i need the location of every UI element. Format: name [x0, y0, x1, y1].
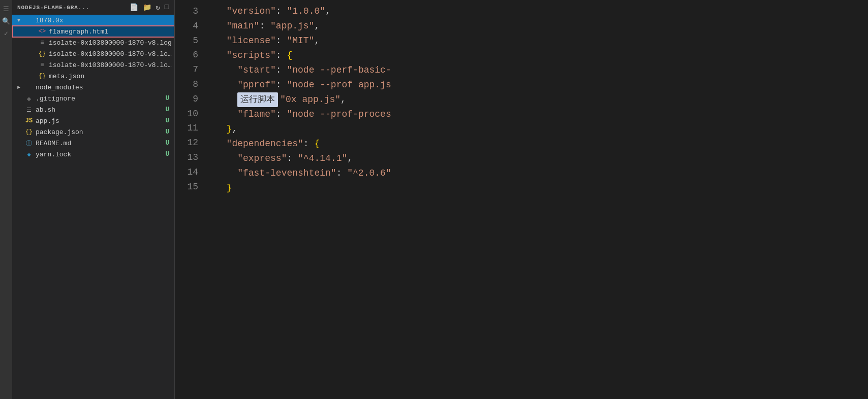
code-punct: [215, 4, 227, 19]
absh-badge: U: [166, 106, 169, 113]
sidebar: NODEJS-FLAME-GRA... 📄 📁 ↻ □ ▼ 1870.0x <>…: [12, 0, 175, 399]
tree-item-folder-1870[interactable]: ▼ 1870.0x: [12, 15, 174, 26]
code-key: "flame": [237, 107, 276, 122]
code-line-11: },: [215, 122, 858, 137]
tree-item-isolate-log2[interactable]: ≡ isolate-0x103800000-1870-v8.log....: [12, 59, 174, 71]
gitignore-badge: U: [166, 95, 169, 102]
code-colon: :: [276, 34, 287, 48]
code-key: "license": [227, 34, 276, 48]
chevron-down-icon: ▼: [17, 18, 24, 23]
code-val: "node --prof-proces: [287, 107, 391, 122]
code-colon: :: [287, 151, 298, 166]
tree-item-node-modules[interactable]: ► node_modules: [12, 82, 174, 93]
line-num-12: 12: [175, 136, 198, 150]
activity-bar-search[interactable]: 🔍: [1, 16, 11, 26]
refresh-icon[interactable]: ↻: [156, 3, 160, 12]
yarn-icon: ◆: [24, 151, 34, 158]
tree-item-isolate-logj[interactable]: {} isolate-0x103800000-1870-v8.log.j...: [12, 48, 174, 59]
tree-item-appjs[interactable]: JS app.js U: [12, 115, 174, 126]
code-key: "start": [237, 63, 276, 78]
code-colon: :: [336, 166, 348, 181]
code-line-6: "scripts": {: [215, 48, 858, 63]
code-colon: :: [259, 19, 270, 34]
tree-item-absh[interactable]: ☰ ab.sh U: [12, 104, 174, 115]
yarnlock-label: yarn.lock: [36, 151, 166, 158]
code-comma: ,: [232, 122, 237, 137]
isolate-logj-label: isolate-0x103800000-1870-v8.log.j...: [49, 50, 174, 58]
code-key: "main": [227, 19, 260, 34]
code-val: "app.js": [270, 19, 314, 34]
line-num-11: 11: [175, 121, 198, 136]
code-line-12: "dependencies": {: [215, 137, 858, 151]
code-indent: [215, 63, 237, 78]
code-brace: }: [227, 122, 232, 137]
code-indent: [215, 92, 237, 107]
code-colon: :: [276, 4, 287, 19]
code-comma: ,: [314, 19, 320, 34]
flamegraph-label: flamegraph.html: [49, 28, 174, 36]
code-punct: [215, 19, 227, 34]
new-folder-icon[interactable]: 📁: [143, 3, 152, 12]
appjs-badge: U: [166, 117, 169, 124]
html-file-icon: <>: [38, 28, 47, 35]
chevron-right-icon: ►: [17, 85, 24, 90]
gitignore-label: .gitignore: [36, 95, 166, 103]
meta-json-icon: {}: [38, 73, 47, 80]
tree-item-packagejson[interactable]: {} package.json U: [12, 126, 174, 138]
code-line-13: "express": "^4.14.1",: [215, 151, 858, 166]
code-val: "^2.0.6": [347, 166, 391, 181]
line-num-9: 9: [175, 92, 198, 107]
tree-item-yarnlock[interactable]: ◆ yarn.lock U: [12, 149, 174, 160]
collapse-icon[interactable]: □: [165, 3, 169, 12]
tree-item-gitignore[interactable]: ◆ .gitignore U: [12, 93, 174, 104]
activity-bar-git[interactable]: ✓: [1, 28, 11, 39]
sidebar-header-icons: 📄 📁 ↻ □: [130, 3, 169, 12]
code-brace: {: [287, 48, 292, 63]
code-line-5: "license": "MIT",: [215, 34, 858, 48]
line-num-7: 7: [175, 62, 198, 77]
code-line-14: "fast-levenshtein": "^2.0.6": [215, 166, 858, 181]
new-file-icon[interactable]: 📄: [130, 3, 139, 12]
sidebar-header: NODEJS-FLAME-GRA... 📄 📁 ↻ □: [12, 0, 174, 15]
code-key: "pprof": [237, 78, 276, 92]
tree-item-readme[interactable]: ⓘ README.md U: [12, 138, 174, 149]
code-indent: [215, 151, 237, 166]
code-colon: :: [276, 107, 287, 122]
code-indent: [215, 107, 237, 122]
line-num-8: 8: [175, 77, 198, 92]
code-key: "version": [227, 4, 276, 19]
code-brace: }: [215, 181, 232, 195]
sh-file-icon: ☰: [24, 107, 34, 113]
isolate-log-label: isolate-0x103800000-1870-v8.log: [49, 39, 174, 47]
code-key: "scripts": [227, 48, 276, 63]
tree-item-flamegraph[interactable]: <> flamegraph.html: [12, 26, 174, 37]
line-num-5: 5: [175, 34, 198, 48]
code-val: "node --perf-basic-: [287, 63, 391, 78]
code-colon: :: [276, 48, 287, 63]
isolate-log2-label: isolate-0x103800000-1870-v8.log....: [49, 61, 174, 69]
tree-item-isolate-log[interactable]: ≡ isolate-0x103800000-1870-v8.log: [12, 37, 174, 48]
line-num-15: 15: [175, 180, 198, 194]
packagejson-label: package.json: [36, 128, 166, 136]
code-key: "dependencies": [227, 137, 303, 151]
packagejson-badge: U: [166, 128, 169, 136]
editor-content: 3 4 5 6 7 8 9 10 11 12 13 14 15 "version…: [175, 0, 868, 399]
code-line-9: 运行脚本"0x app.js",: [215, 92, 858, 107]
activity-bar-files[interactable]: ☰: [1, 4, 11, 14]
code-line-8: "pprof": "node --prof app.js: [215, 78, 858, 92]
code-key: "express": [237, 151, 287, 166]
log2-file-icon: ≡: [38, 61, 47, 69]
code-colon: :: [276, 63, 287, 78]
tree-item-meta-json[interactable]: {} meta.json: [12, 71, 174, 82]
code-area[interactable]: "version": "1.0.0", "main": "app.js", "l…: [205, 0, 868, 399]
gitignore-icon: ◆: [24, 94, 34, 103]
yarnlock-badge: U: [166, 151, 169, 158]
folder-1870-label: 1870.0x: [36, 17, 174, 24]
code-key: "fast-levenshtein": [237, 166, 336, 181]
packagejson-icon: {}: [24, 128, 34, 136]
code-val: "0x app.js": [280, 92, 340, 107]
code-comma: ,: [340, 92, 346, 107]
code-line-15: }: [215, 181, 858, 195]
code-colon: :: [276, 78, 287, 92]
line-num-10: 10: [175, 107, 198, 121]
